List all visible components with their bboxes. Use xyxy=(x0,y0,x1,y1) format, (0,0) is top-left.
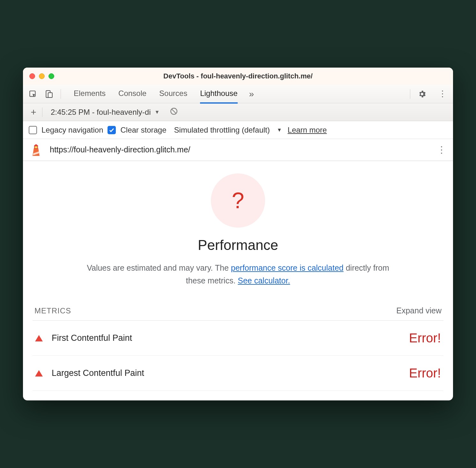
performance-gauge: ? xyxy=(211,173,265,228)
warning-triangle-icon xyxy=(35,335,43,341)
throttling-label: Simulated throttling (default) xyxy=(174,126,270,135)
tab-console[interactable]: Console xyxy=(118,84,146,104)
lighthouse-logo-icon xyxy=(30,144,42,156)
separator xyxy=(410,89,410,99)
learn-more-link[interactable]: Learn more xyxy=(288,126,327,135)
titlebar: DevTools - foul-heavenly-direction.glitc… xyxy=(23,68,453,85)
report-url: https://foul-heavenly-direction.glitch.m… xyxy=(50,145,190,154)
metric-row: Largest Contentful Paint Error! xyxy=(33,356,443,391)
tab-elements[interactable]: Elements xyxy=(74,84,106,104)
separator xyxy=(42,107,42,117)
metrics-heading: METRICS xyxy=(34,306,71,315)
metric-name: First Contentful Paint xyxy=(52,333,132,343)
chevron-down-icon: ▼ xyxy=(277,127,282,133)
tab-lighthouse[interactable]: Lighthouse xyxy=(200,84,237,104)
device-toolbar-icon[interactable] xyxy=(43,89,54,99)
minimize-window-button[interactable] xyxy=(39,73,45,79)
tab-sources[interactable]: Sources xyxy=(159,84,187,104)
inspect-element-icon[interactable] xyxy=(27,89,38,99)
warning-triangle-icon xyxy=(35,370,43,377)
metrics-header: METRICS Expand view xyxy=(33,306,443,321)
window-controls xyxy=(29,73,54,79)
new-report-button[interactable]: + xyxy=(29,107,38,118)
lighthouse-report: ? Performance Values are estimated and m… xyxy=(23,161,453,400)
metric-name: Largest Contentful Paint xyxy=(52,368,144,378)
more-tabs-icon[interactable]: » xyxy=(249,89,254,99)
chevron-down-icon: ▼ xyxy=(155,109,160,115)
clear-storage-checkbox[interactable] xyxy=(108,126,116,134)
svg-rect-7 xyxy=(35,146,37,148)
close-window-button[interactable] xyxy=(29,73,35,79)
gauge-score: ? xyxy=(232,188,244,213)
window-title: DevTools - foul-heavenly-direction.glitc… xyxy=(23,72,453,80)
svg-line-4 xyxy=(172,109,176,113)
metric-row: First Contentful Paint Error! xyxy=(33,321,443,356)
svg-rect-2 xyxy=(48,92,52,97)
metric-value: Error! xyxy=(409,366,441,380)
lighthouse-toolbar: + 2:45:25 PM - foul-heavenly-di ▼ xyxy=(23,103,453,121)
report-menu-icon[interactable]: ⋮ xyxy=(437,144,446,155)
metric-value: Error! xyxy=(409,331,441,345)
settings-gear-icon[interactable] xyxy=(417,89,428,99)
separator xyxy=(61,89,61,99)
expand-view-toggle[interactable]: Expand view xyxy=(396,306,442,315)
report-selector[interactable]: 2:45:25 PM - foul-heavenly-di ▼ xyxy=(51,108,160,117)
throttling-dropdown[interactable]: Simulated throttling (default) ▼ xyxy=(174,126,282,135)
see-calculator-link[interactable]: See calculator. xyxy=(238,276,290,285)
performance-gauge-section: ? Performance Values are estimated and m… xyxy=(33,173,443,287)
svg-marker-8 xyxy=(34,144,38,146)
devtools-menu-icon[interactable]: ⋮ xyxy=(438,89,447,99)
report-url-row: https://foul-heavenly-direction.glitch.m… xyxy=(23,139,453,161)
lighthouse-settings-row: Legacy navigation Clear storage Simulate… xyxy=(23,121,453,139)
performance-heading: Performance xyxy=(198,237,278,253)
svg-rect-0 xyxy=(30,91,35,96)
devtools-window: DevTools - foul-heavenly-direction.glitc… xyxy=(23,68,453,400)
legacy-navigation-label: Legacy navigation xyxy=(41,126,103,135)
devtools-tabbar: Elements Console Sources Lighthouse » ⋮ xyxy=(23,85,453,103)
zoom-window-button[interactable] xyxy=(48,73,54,79)
score-calc-link[interactable]: performance score is calculated xyxy=(231,263,344,272)
clear-storage-label: Clear storage xyxy=(120,126,166,135)
report-selector-label: 2:45:25 PM - foul-heavenly-di xyxy=(51,108,151,117)
performance-description: Values are estimated and may vary. The p… xyxy=(78,261,398,287)
legacy-navigation-checkbox[interactable] xyxy=(29,126,37,134)
clear-icon[interactable] xyxy=(170,107,178,117)
panel-tabs: Elements Console Sources Lighthouse xyxy=(74,84,238,104)
